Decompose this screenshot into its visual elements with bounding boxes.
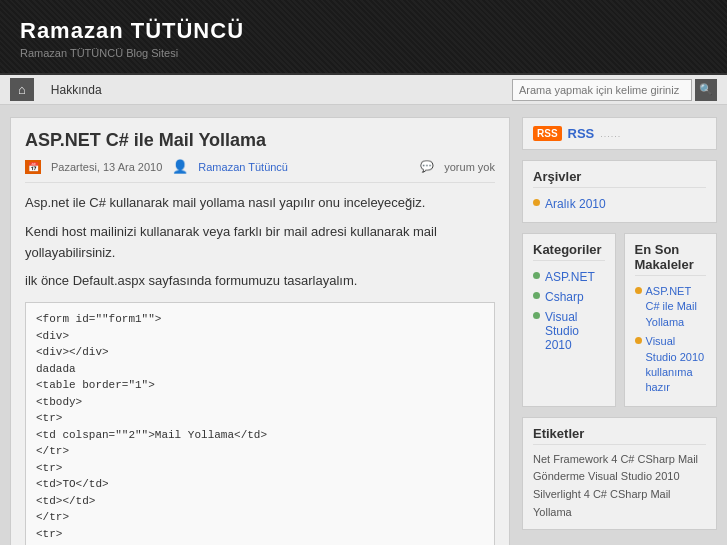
search-button[interactable]: 🔍 bbox=[695, 79, 717, 101]
meta-author[interactable]: Ramazan Tütüncü bbox=[198, 161, 288, 173]
code-line: <td>TO</td> bbox=[36, 476, 484, 493]
code-line: <td></td> bbox=[36, 493, 484, 510]
en-son-item-0: ASP.NET C# ile Mail Yollama bbox=[635, 282, 707, 332]
archive-link-0[interactable]: Aralık 2010 bbox=[545, 196, 606, 212]
cats-ensons-row: Kategoriler ASP.NET Csharp Visual Studio… bbox=[522, 233, 717, 407]
cat-bullet-0 bbox=[533, 272, 540, 279]
archives-title: Arşivler bbox=[533, 169, 706, 188]
article-meta: 📅 Pazartesi, 13 Ara 2010 👤 Ramazan Tütün… bbox=[25, 159, 495, 183]
code-block: <form id=""form1""><div><div></div>dadad… bbox=[25, 302, 495, 545]
article-title: ASP.NET C# ile Mail Yollama bbox=[25, 130, 495, 151]
categories-title: Kategoriler bbox=[533, 242, 605, 261]
rss-dots: ...... bbox=[600, 129, 621, 139]
code-line: <div> bbox=[36, 328, 484, 345]
code-line: dadada bbox=[36, 361, 484, 378]
nav-link-hakkinda[interactable]: Hakkında bbox=[39, 77, 114, 103]
cat-bullet-2 bbox=[533, 312, 540, 319]
rss-label[interactable]: RSS bbox=[568, 126, 595, 141]
site-title: Ramazan TÜTÜNCÜ bbox=[20, 18, 707, 44]
en-son-widget: En Son Makaleler ASP.NET C# ile Mail Yol… bbox=[624, 233, 718, 407]
code-line: <tr> bbox=[36, 526, 484, 543]
archive-bullet bbox=[533, 199, 540, 206]
category-item-0: ASP.NET bbox=[533, 267, 605, 287]
archive-item-0: Aralık 2010 bbox=[533, 194, 706, 214]
code-line: <tbody> bbox=[36, 394, 484, 411]
search-input[interactable] bbox=[512, 79, 692, 101]
home-button[interactable]: ⌂ bbox=[10, 78, 34, 101]
code-line: <tr> bbox=[36, 460, 484, 477]
article-body: Asp.net ile C# kullanarak mail yollama n… bbox=[25, 193, 495, 292]
tags-title: Etiketler bbox=[533, 426, 706, 445]
tags-text: Net Framework 4 C# CSharp Mail Gönderme … bbox=[533, 451, 706, 521]
en-son-item-1: Visual Studio 2010 kullanıma hazır bbox=[635, 332, 707, 398]
main-wrapper: ASP.NET C# ile Mail Yollama 📅 Pazartesi,… bbox=[0, 105, 727, 545]
en-son-title: En Son Makaleler bbox=[635, 242, 707, 276]
category-link-0[interactable]: ASP.NET bbox=[545, 269, 595, 285]
en-son-link-1[interactable]: Visual Studio 2010 kullanıma hazır bbox=[646, 334, 707, 396]
search-container: 🔍 bbox=[512, 79, 717, 101]
category-link-2[interactable]: Visual Studio 2010 bbox=[545, 309, 605, 353]
author-icon: 👤 bbox=[172, 159, 188, 174]
category-item-1: Csharp bbox=[533, 287, 605, 307]
code-line: <td colspan=""2"">Mail Yollama</td> bbox=[36, 427, 484, 444]
en-son-bullet-1 bbox=[635, 337, 642, 344]
cat-bullet-1 bbox=[533, 292, 540, 299]
sidebar: RSS RSS ...... Arşivler Aralık 2010 Kate… bbox=[522, 117, 717, 545]
body-line1: Asp.net ile C# kullanarak mail yollama n… bbox=[25, 193, 495, 214]
code-line: <tr> bbox=[36, 410, 484, 427]
archives-widget: Arşivler Aralık 2010 bbox=[522, 160, 717, 223]
code-line: </tr> bbox=[36, 443, 484, 460]
category-item-2: Visual Studio 2010 bbox=[533, 307, 605, 355]
en-son-bullet-0 bbox=[635, 287, 642, 294]
categories-widget: Kategoriler ASP.NET Csharp Visual Studio… bbox=[522, 233, 616, 407]
body-line3: ilk önce Default.aspx sayfasında formumu… bbox=[25, 271, 495, 292]
rss-icon: RSS bbox=[533, 126, 562, 141]
code-line: <form id=""form1""> bbox=[36, 311, 484, 328]
content-area: ASP.NET C# ile Mail Yollama 📅 Pazartesi,… bbox=[10, 117, 510, 545]
body-line2: Kendi host mailinizi kullanarak veya far… bbox=[25, 222, 495, 264]
navbar: ⌂ Hakkında 🔍 bbox=[0, 75, 727, 105]
meta-comment: yorum yok bbox=[444, 161, 495, 173]
category-link-1[interactable]: Csharp bbox=[545, 289, 584, 305]
tags-widget: Etiketler Net Framework 4 C# CSharp Mail… bbox=[522, 417, 717, 530]
calendar-icon: 📅 bbox=[25, 160, 41, 174]
meta-date: Pazartesi, 13 Ara 2010 bbox=[51, 161, 162, 173]
site-subtitle: Ramazan TÜTÜNCÜ Blog Sitesi bbox=[20, 47, 707, 59]
code-line: <div></div> bbox=[36, 344, 484, 361]
en-son-link-0[interactable]: ASP.NET C# ile Mail Yollama bbox=[646, 284, 707, 330]
comment-icon: 💬 bbox=[420, 160, 434, 173]
code-line: <table border="1"> bbox=[36, 377, 484, 394]
code-line: </tr> bbox=[36, 509, 484, 526]
rss-widget: RSS RSS ...... bbox=[522, 117, 717, 150]
site-header: Ramazan TÜTÜNCÜ Ramazan TÜTÜNCÜ Blog Sit… bbox=[0, 0, 727, 75]
